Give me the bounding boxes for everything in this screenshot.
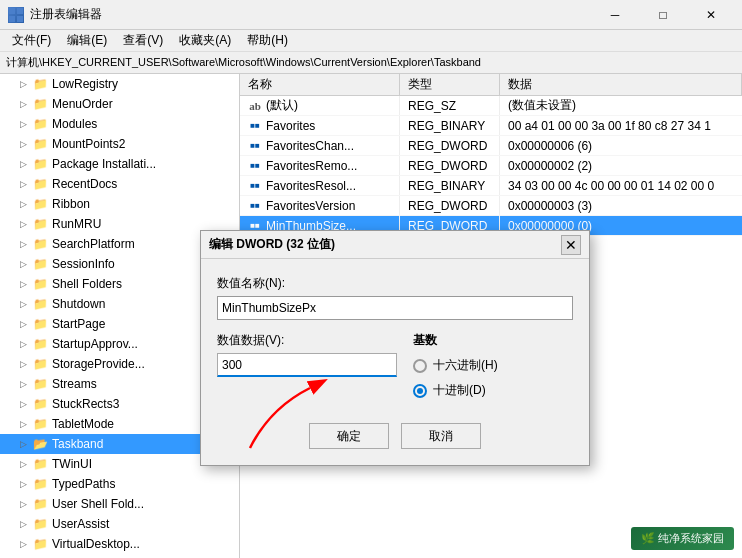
svg-rect-1 bbox=[17, 8, 23, 14]
reg-icon-dword3: ■■ bbox=[248, 199, 262, 213]
tree-item-virtualdesktop[interactable]: ▷ 📁 VirtualDesktop... bbox=[0, 534, 239, 554]
svg-rect-3 bbox=[17, 16, 23, 22]
tree-item-ribbon[interactable]: ▷ 📁 Ribbon bbox=[0, 194, 239, 214]
menu-help[interactable]: 帮助(H) bbox=[239, 30, 296, 51]
menu-view[interactable]: 查看(V) bbox=[115, 30, 171, 51]
tree-label: StartPage bbox=[52, 317, 105, 331]
reg-type-favoritesremo: REG_DWORD bbox=[400, 156, 500, 175]
radio-hex-circle[interactable] bbox=[413, 359, 427, 373]
dialog-data-input[interactable] bbox=[217, 353, 397, 377]
folder-icon: 📁 bbox=[32, 116, 48, 132]
radio-hex[interactable]: 十六进制(H) bbox=[413, 357, 573, 374]
tree-item-lowregistry[interactable]: ▷ 📁 LowRegistry bbox=[0, 74, 239, 94]
registry-row-favoritesversion[interactable]: ■■ FavoritesVersion REG_DWORD 0x00000003… bbox=[240, 196, 742, 216]
tree-item-package[interactable]: ▷ 📁 Package Installati... bbox=[0, 154, 239, 174]
reg-data-favorites: 00 a4 01 00 00 3a 00 1f 80 c8 27 34 1 bbox=[500, 116, 742, 135]
tree-label: StartupApprov... bbox=[52, 337, 138, 351]
reg-type-favorites: REG_BINARY bbox=[400, 116, 500, 135]
minimize-button[interactable]: ─ bbox=[592, 0, 638, 30]
tree-label: VirtualDesktop... bbox=[52, 537, 140, 551]
tree-item-userassist[interactable]: ▷ 📁 UserAssist bbox=[0, 514, 239, 534]
radio-dec-label: 十进制(D) bbox=[433, 382, 486, 399]
window-title: 注册表编辑器 bbox=[30, 6, 102, 23]
folder-icon: 📁 bbox=[32, 336, 48, 352]
expand-arrow: ▷ bbox=[20, 199, 32, 209]
tree-item-mountpoints[interactable]: ▷ 📁 MountPoints2 bbox=[0, 134, 239, 154]
dialog-body: 数值名称(N): 数值数据(V): 基数 十六进制(H) 十进制(D) 确定 bbox=[201, 259, 589, 465]
folder-icon: 📁 bbox=[32, 276, 48, 292]
menu-file[interactable]: 文件(F) bbox=[4, 30, 59, 51]
reg-icon-binary2: ■■ bbox=[248, 179, 262, 193]
svg-rect-2 bbox=[9, 16, 15, 22]
menu-edit[interactable]: 编辑(E) bbox=[59, 30, 115, 51]
dialog-ok-button[interactable]: 确定 bbox=[309, 423, 389, 449]
folder-icon: 📁 bbox=[32, 376, 48, 392]
folder-icon: 📁 bbox=[32, 76, 48, 92]
title-bar-left: 注册表编辑器 bbox=[8, 6, 102, 23]
expand-arrow: ▷ bbox=[20, 419, 32, 429]
close-button[interactable]: ✕ bbox=[688, 0, 734, 30]
tree-label: TypedPaths bbox=[52, 477, 115, 491]
tree-label: Modules bbox=[52, 117, 97, 131]
folder-icon: 📁 bbox=[32, 156, 48, 172]
tree-label: User Shell Fold... bbox=[52, 497, 144, 511]
tree-label: StorageProvide... bbox=[52, 357, 145, 371]
folder-icon: 📁 bbox=[32, 96, 48, 112]
dialog-cancel-button[interactable]: 取消 bbox=[401, 423, 481, 449]
tree-item-modules[interactable]: ▷ 📁 Modules bbox=[0, 114, 239, 134]
reg-icon-dword: ■■ bbox=[248, 139, 262, 153]
reg-data-favoriteschan: 0x00000006 (6) bbox=[500, 136, 742, 155]
expand-arrow: ▷ bbox=[20, 459, 32, 469]
folder-icon: 📁 bbox=[32, 136, 48, 152]
reg-data-favoritesremo: 0x00000002 (2) bbox=[500, 156, 742, 175]
tree-item-usershellfold[interactable]: ▷ 📁 User Shell Fold... bbox=[0, 494, 239, 514]
tree-label: TWinUI bbox=[52, 457, 92, 471]
folder-icon: 📁 bbox=[32, 236, 48, 252]
expand-arrow: ▷ bbox=[20, 159, 32, 169]
folder-icon: 📁 bbox=[32, 256, 48, 272]
window-controls: ─ □ ✕ bbox=[592, 0, 734, 30]
expand-arrow: ▷ bbox=[20, 339, 32, 349]
expand-arrow: ▷ bbox=[20, 379, 32, 389]
registry-row-favorites[interactable]: ■■ Favorites REG_BINARY 00 a4 01 00 00 3… bbox=[240, 116, 742, 136]
tree-label: SessionInfo bbox=[52, 257, 115, 271]
tree-label: LowRegistry bbox=[52, 77, 118, 91]
tree-item-recentdocs[interactable]: ▷ 📁 RecentDocs bbox=[0, 174, 239, 194]
address-bar: 计算机\HKEY_CURRENT_USER\Software\Microsoft… bbox=[0, 52, 742, 74]
reg-data-favoritesresol: 34 03 00 00 4c 00 00 00 01 14 02 00 0 bbox=[500, 176, 742, 195]
reg-type-favoritesresol: REG_BINARY bbox=[400, 176, 500, 195]
menu-favorites[interactable]: 收藏夹(A) bbox=[171, 30, 239, 51]
tree-label: RunMRU bbox=[52, 217, 101, 231]
address-path: 计算机\HKEY_CURRENT_USER\Software\Microsoft… bbox=[6, 55, 481, 70]
watermark-text: 🌿 bbox=[641, 532, 658, 544]
radio-dec[interactable]: 十进制(D) bbox=[413, 382, 573, 399]
radio-dec-circle[interactable] bbox=[413, 384, 427, 398]
tree-label: MenuOrder bbox=[52, 97, 113, 111]
tree-item-menuorder[interactable]: ▷ 📁 MenuOrder bbox=[0, 94, 239, 114]
registry-row-default[interactable]: ab (默认) REG_SZ (数值未设置) bbox=[240, 96, 742, 116]
col-header-data: 数据 bbox=[500, 74, 742, 95]
dialog-right: 基数 十六进制(H) 十进制(D) bbox=[413, 332, 573, 407]
expand-arrow: ▷ bbox=[20, 239, 32, 249]
expand-arrow: ▷ bbox=[20, 479, 32, 489]
reg-icon-binary: ■■ bbox=[248, 119, 262, 133]
maximize-button[interactable]: □ bbox=[640, 0, 686, 30]
dialog-close-button[interactable]: ✕ bbox=[561, 235, 581, 255]
dialog-row: 数值数据(V): 基数 十六进制(H) 十进制(D) bbox=[217, 332, 573, 407]
expand-arrow: ▷ bbox=[20, 99, 32, 109]
reg-name-favoritesremo: ■■ FavoritesRemo... bbox=[240, 156, 400, 175]
tree-item-typedpaths[interactable]: ▷ 📁 TypedPaths bbox=[0, 474, 239, 494]
folder-icon: 📁 bbox=[32, 416, 48, 432]
tree-label: TabletMode bbox=[52, 417, 114, 431]
tree-label: SearchPlatform bbox=[52, 237, 135, 251]
expand-arrow: ▷ bbox=[20, 259, 32, 269]
tree-label: StuckRects3 bbox=[52, 397, 119, 411]
expand-arrow: ▷ bbox=[20, 319, 32, 329]
registry-row-favoritesremo[interactable]: ■■ FavoritesRemo... REG_DWORD 0x00000002… bbox=[240, 156, 742, 176]
registry-row-favoritesresol[interactable]: ■■ FavoritesResol... REG_BINARY 34 03 00… bbox=[240, 176, 742, 196]
edit-dword-dialog: 编辑 DWORD (32 位值) ✕ 数值名称(N): 数值数据(V): 基数 … bbox=[200, 230, 590, 466]
expand-arrow: ▷ bbox=[20, 439, 32, 449]
reg-name-favoritesresol: ■■ FavoritesResol... bbox=[240, 176, 400, 195]
registry-row-favoriteschan[interactable]: ■■ FavoritesChan... REG_DWORD 0x00000006… bbox=[240, 136, 742, 156]
dialog-name-input[interactable] bbox=[217, 296, 573, 320]
